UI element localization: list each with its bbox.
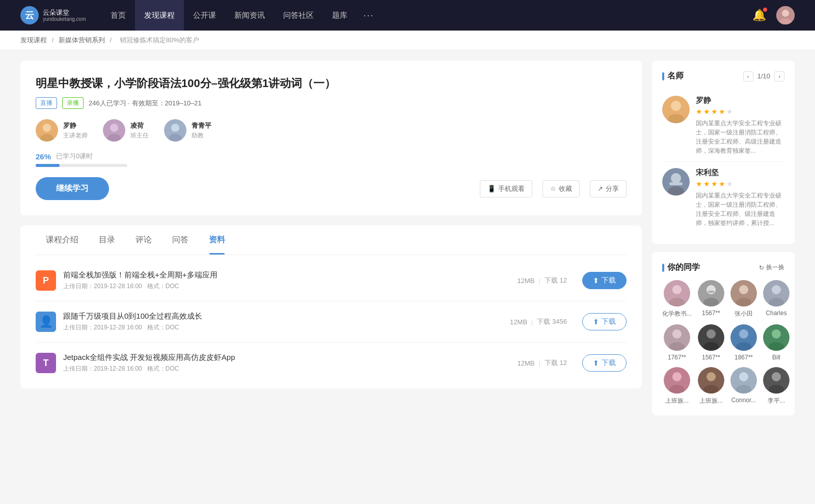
nav-qa[interactable]: 问答社区 <box>274 0 323 31</box>
resource-stats-2: 12MB | 下载 3456 <box>510 317 567 326</box>
svg-point-16 <box>671 173 681 183</box>
teacher-avatar-3 <box>164 119 186 142</box>
resource-name-1: 前端全栈加强版！前端全栈+全周期+多端应用 <box>63 270 502 280</box>
classmate-name-11: Connor... <box>731 397 756 404</box>
tab-intro[interactable]: 课程介绍 <box>36 226 89 255</box>
classmate-avatar-12 <box>763 367 790 394</box>
svg-point-7 <box>110 124 118 132</box>
teacher-card-2: 宋利坚 ★ ★ ★ ★ ★ 国内某重点大学安全工程专业硕士，国家一级注册消防工程… <box>662 162 784 234</box>
nav-discover[interactable]: 发现课程 <box>135 0 184 31</box>
nav-exam[interactable]: 题库 <box>323 0 357 31</box>
resource-downloads-3: 下载 12 <box>545 358 567 368</box>
breadcrumb-sep-1: / <box>52 36 56 44</box>
breadcrumb: 发现课程 / 新媒体营销系列 / 销冠修炼术搞定80%的客户 <box>0 31 815 50</box>
svg-point-33 <box>672 329 682 339</box>
collect-button[interactable]: ☆ 收藏 <box>542 180 580 198</box>
nav-open-course[interactable]: 公开课 <box>184 0 225 31</box>
classmate-7: 1867** <box>730 324 757 361</box>
notification-bell[interactable]: 🔔 <box>752 9 766 22</box>
resource-icon-2: 👤 <box>36 312 56 332</box>
tab-qa[interactable]: 问答 <box>162 226 199 255</box>
course-actions: 继续学习 📱 手机观看 ☆ 收藏 ↗ 分享 <box>36 177 627 200</box>
classmate-name-12: 李平... <box>768 397 785 405</box>
famous-teachers-title: 名师 <box>662 71 684 81</box>
teacher-card-avatar-1 <box>662 96 690 123</box>
classmates-grid: 化学教书... 1567** 张小田 <box>662 280 784 405</box>
svg-point-13 <box>671 101 681 111</box>
resource-info-2: 跟随千万级项目从0到100全过程高效成长 上传日期：2019-12-28 16:… <box>63 312 495 332</box>
classmate-5: 1767** <box>662 324 692 361</box>
resource-list: P 前端全栈加强版！前端全栈+全周期+多端应用 上传日期：2019-12-28 … <box>36 255 627 388</box>
teachers-list: 罗静 主讲老师 凌荷 班主任 <box>36 119 627 142</box>
classmate-avatar-11 <box>730 367 757 394</box>
tab-comments[interactable]: 评论 <box>125 226 162 255</box>
classmate-1: 化学教书... <box>662 280 692 318</box>
download-label-2: 下载 <box>602 317 616 326</box>
mobile-watch-button[interactable]: 📱 手机观看 <box>480 180 532 198</box>
breadcrumb-link-discover[interactable]: 发现课程 <box>20 36 47 44</box>
user-avatar[interactable] <box>776 6 795 24</box>
prev-page-button[interactable]: ‹ <box>743 71 753 81</box>
classmate-avatar-8 <box>763 324 790 351</box>
logo-text: 云朵课堂 <box>43 9 86 17</box>
classmates-title: 你的同学 <box>662 262 700 273</box>
classmate-8: Bill <box>763 324 790 361</box>
resource-name-2: 跟随千万级项目从0到100全过程高效成长 <box>63 312 495 321</box>
teacher-stars-2: ★ ★ ★ ★ ★ <box>696 180 784 188</box>
classmate-avatar-3 <box>730 280 757 306</box>
classmate-4: Charles <box>763 280 790 318</box>
classmates-header: 你的同学 ↻ 换一换 <box>662 262 784 273</box>
continue-study-button[interactable]: 继续学习 <box>36 177 109 200</box>
svg-point-39 <box>739 329 748 339</box>
resource-meta-2: 上传日期：2019-12-28 16:00 格式：DOC <box>63 323 495 332</box>
right-sidebar: 名师 ‹ 1/10 › 罗静 ★ ★ ★ ★ <box>652 61 795 424</box>
teacher-card-name-1: 罗静 <box>696 96 784 105</box>
svg-point-10 <box>171 124 179 132</box>
logo[interactable]: 云 云朵课堂 yundouketang.com <box>20 6 86 24</box>
classmate-name-9: 上班族... <box>665 397 689 405</box>
classmate-11: Connor... <box>730 367 757 405</box>
course-title: 明星中教授课，小学阶段语法100分–强化级第1讲动词（一） <box>36 76 627 91</box>
share-icon: ↗ <box>597 185 603 192</box>
breadcrumb-sep-2: / <box>110 36 113 44</box>
classmate-name-1: 化学教书... <box>662 310 692 318</box>
nav-home[interactable]: 首页 <box>101 0 135 31</box>
download-button-1[interactable]: ⬆ 下载 <box>582 272 627 289</box>
download-button-2[interactable]: ⬆ 下载 <box>582 313 627 330</box>
resource-size-1: 12MB <box>518 277 535 285</box>
teacher-stars-1: ★ ★ ★ ★ ★ <box>696 107 784 116</box>
teacher-3: 青青平 助教 <box>164 119 211 142</box>
resource-meta-1: 上传日期：2019-12-28 16:00 格式：DOC <box>63 282 502 291</box>
classmate-avatar-4 <box>763 280 790 306</box>
resource-info-3: Jetpack全组件实战 开发短视频应用高仿皮皮虾App 上传日期：2019-1… <box>63 353 502 373</box>
teachers-pagination: ‹ 1/10 › <box>743 71 784 81</box>
resource-stats-1: 12MB | 下载 12 <box>518 276 567 285</box>
svg-point-51 <box>739 372 748 381</box>
tab-resources[interactable]: 资料 <box>199 226 235 255</box>
classmate-3: 张小田 <box>730 280 757 318</box>
download-label-1: 下载 <box>602 276 616 285</box>
resource-downloads-2: 下载 3456 <box>537 317 567 326</box>
resource-meta-3: 上传日期：2019-12-28 16:00 格式：DOC <box>63 365 502 373</box>
teacher-name-2: 凌荷 <box>130 121 149 130</box>
classmate-name-6: 1567** <box>702 354 720 361</box>
nav-news[interactable]: 新闻资讯 <box>225 0 274 31</box>
teacher-card-1: 罗静 ★ ★ ★ ★ ★ 国内某重点大学安全工程专业硕士，国家一级注册消防工程师… <box>662 90 784 162</box>
nav-more[interactable]: ··· <box>357 0 382 31</box>
classmate-9: 上班族... <box>662 367 692 405</box>
teacher-role-3: 助教 <box>192 131 211 140</box>
mobile-icon: 📱 <box>487 185 496 192</box>
classmate-name-8: Bill <box>772 354 780 361</box>
download-button-3[interactable]: ⬆ 下载 <box>582 354 627 372</box>
tab-catalog[interactable]: 目录 <box>89 226 125 255</box>
next-page-button[interactable]: › <box>774 71 784 81</box>
teacher-role-2: 班主任 <box>130 131 149 140</box>
resource-item-2: 👤 跟随千万级项目从0到100全过程高效成长 上传日期：2019-12-28 1… <box>36 301 627 343</box>
share-button[interactable]: ↗ 分享 <box>590 180 627 198</box>
classmate-name-5: 1767** <box>668 354 686 361</box>
course-tags: 直播 录播 246人已学习 · 有效期至：2019–10–21 <box>36 97 627 109</box>
refresh-classmates-button[interactable]: ↻ 换一换 <box>759 263 784 272</box>
teacher-name-1: 罗静 <box>63 121 88 130</box>
logo-icon: 云 <box>20 6 39 24</box>
breadcrumb-link-series[interactable]: 新媒体营销系列 <box>59 36 105 44</box>
